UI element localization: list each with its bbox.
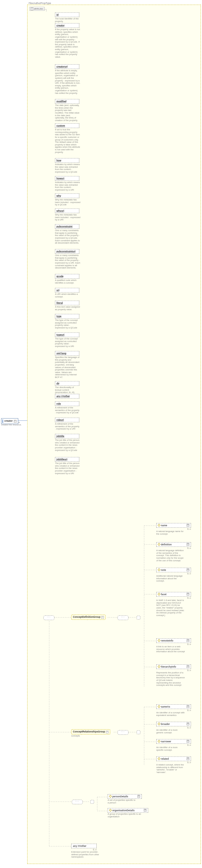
element-persondetails[interactable]: personDetails+ A set of properties speci… [108,794,142,804]
attr-marker-icon [158,740,161,743]
attr-label: typeuri [55,333,79,337]
element-name[interactable]: name+0..∞A natural language name for the… [156,523,191,535]
element-label: broader [161,723,170,725]
plus-icon: + [187,568,189,571]
attr-xmllang[interactable]: xml:langSpecifies the language of this p… [55,351,79,379]
attr-typeuri[interactable]: typeuriThe type of the concept assigned … [55,333,79,348]
attr-label: jobtitle [55,434,79,438]
attr-label: custom [55,123,79,128]
attr-desc: If set to true the corresponding propert… [55,129,80,154]
multiplicity: 0..∞ [156,727,191,729]
element-label: definition [161,543,172,546]
group-conceptdefinition[interactable]: ConceptDefinitionGroup− A group of prope… [71,615,109,620]
element-desc: A natural language name for the concept. [156,530,185,535]
attr-desc: One or many constraints that apply to pu… [55,254,80,269]
attr-desc: The date (and, optionally, the time) whe… [55,104,80,122]
attr-uri[interactable]: uriA URI which identifies a concept. [55,288,79,298]
multiplicity: 0..∞ [156,709,191,711]
element-label: organisationDetails [112,809,135,812]
attr-jobtitleuri[interactable]: jobtitleuriThe job title of the person w… [55,457,79,475]
attr-marker-icon [158,665,161,668]
element-definition[interactable]: definition+0..∞A natural language defini… [156,542,191,562]
attributes-toggle[interactable]: −attributes [30,7,44,11]
attr-custom[interactable]: customIf set to true the corresponding p… [55,123,79,154]
attr-literal[interactable]: literalA free-text value assigned as pro… [55,301,79,311]
attr-why[interactable]: whyWhy the metadata has been included - … [55,193,79,206]
multiplicity: 0..∞ [156,528,191,530]
group-conceptrelationships[interactable]: ConceptRelationshipsGroup− A group of pr… [71,729,112,737]
minus-icon: − [101,616,104,619]
attr-dir[interactable]: dirThe directionality of textual content… [55,381,79,394]
attr-label: how [55,158,79,163]
element-sameas[interactable]: sameAs+0..∞An identifier of a concept wi… [156,704,191,716]
attr-label: pubconstraint [55,224,79,229]
element-remoteinfo[interactable]: remoteInfo+0..∞A link to an item or a we… [156,638,191,653]
attr-pubconstrainturi[interactable]: pubconstrainturiOne or many constraints … [55,249,79,269]
attr-creator[interactable]: creatorIf the property value is not defi… [55,23,79,59]
element-hierarchyinfo[interactable]: hierarchyInfo+0..∞Represents the positio… [156,664,191,687]
attr-label: creator [55,23,79,28]
attr-marker-icon [158,568,161,571]
attr-desc: A refinement of the semantics of the pro… [55,423,80,430]
attr-modified[interactable]: modifiedThe date (and, optionally, the t… [55,99,79,122]
multiplicity: 0..∞ [156,547,191,549]
sequence-connector [117,615,129,620]
attr-desc: If the attribute is empty, specifies whi… [55,69,80,94]
attr-id[interactable]: idThe local identifier of the property. [55,12,79,23]
attr-type[interactable]: typeThe type of the concept assigned as … [55,314,79,329]
element-label: facet [161,593,166,596]
root-element[interactable]: creator− [1,418,18,424]
attr-desc: The directionality of textual content (e… [55,386,80,394]
element-desc: Additional natural language information … [156,575,185,583]
element-narrower[interactable]: narrower+0..∞An identifier of a more spe… [156,739,191,751]
type-title: FlexAuthorPropType [29,2,51,5]
element-desc: A related concept, where the relationshi… [156,764,185,774]
attr-label: modified [55,99,79,104]
element-desc: An identifier of a concept with equivale… [156,712,185,716]
attr-desc: One or many constraints that apply to pu… [55,229,80,244]
element-desc: A group of properties specific to an org… [108,813,145,818]
attr-marker-icon [158,639,161,642]
attr-label: why [55,193,79,198]
plus-icon: + [187,705,189,708]
element-facet[interactable]: facet+0..∞In NAR 1.8 and later, facet is… [156,592,191,617]
attr-label: jobtitleuri [55,457,79,462]
attr-marker-icon [158,593,161,596]
element-label: name [161,524,167,527]
plus-icon: + [187,757,189,760]
attr-label: id [55,12,79,17]
element-anyother[interactable]: any ##other 0..∞ Extension point for pro… [71,844,97,859]
attr-desc: Specifies the language of this property … [55,356,80,379]
element-label: personDetails [112,795,128,798]
attr-desc: A refinement of the semantics of the pro… [55,407,80,414]
multiplicity: 0..∞ [156,669,191,671]
multiplicity: 0..∞ [156,744,191,746]
element-desc: Represents the position of a concept in … [156,672,185,687]
attr-how[interactable]: howIndicates by which means the value wa… [55,158,79,174]
element-desc: An identifier of a more specific concept… [156,746,185,751]
attr-creatoruri[interactable]: creatoruriIf the attribute is empty, spe… [55,64,79,94]
element-organisationdetails[interactable]: organisationDetails+ A group of properti… [108,808,148,818]
minus-icon: − [106,731,108,733]
attr-role[interactable]: roleA refinement of the semantics of the… [55,401,79,414]
multiplicity: 0..∞ [156,643,191,645]
attr-whyuri[interactable]: whyuriWhy the metadata has been included… [55,209,79,221]
attr-qcode[interactable]: qcodeA qualified code which identifies a… [55,274,79,284]
plus-icon: + [187,723,189,725]
element-label: remoteInfo [161,639,173,642]
plus-icon: + [137,795,140,798]
element-desc: A link to an item or a web resource whic… [156,646,185,653]
attr-desc: A URI which identifies a concept. [55,293,80,298]
element-related[interactable]: related+0..∞A related concept, where the… [156,756,191,774]
attr-desc: Indicates by which means the value was e… [55,181,80,191]
element-desc: An identifier of a more generic concept. [156,729,185,734]
attr-pubconstraint[interactable]: pubconstraintOne or many constraints tha… [55,224,79,244]
attr-roleuri[interactable]: roleuriA refinement of the semantics of … [55,417,79,430]
attr-howuri[interactable]: howuriIndicates by which means the value… [55,176,79,191]
element-broader[interactable]: broader+0..∞An identifier of a more gene… [156,722,191,734]
attr-anyother1[interactable]: any ##other [55,394,79,399]
attr-desc: The job title of the person who created … [55,462,80,475]
element-note[interactable]: note+0..∞Additional natural language inf… [156,568,191,583]
branch-connector [137,731,140,734]
attr-jobtitle[interactable]: jobtitleThe job title of the person who … [55,434,79,452]
